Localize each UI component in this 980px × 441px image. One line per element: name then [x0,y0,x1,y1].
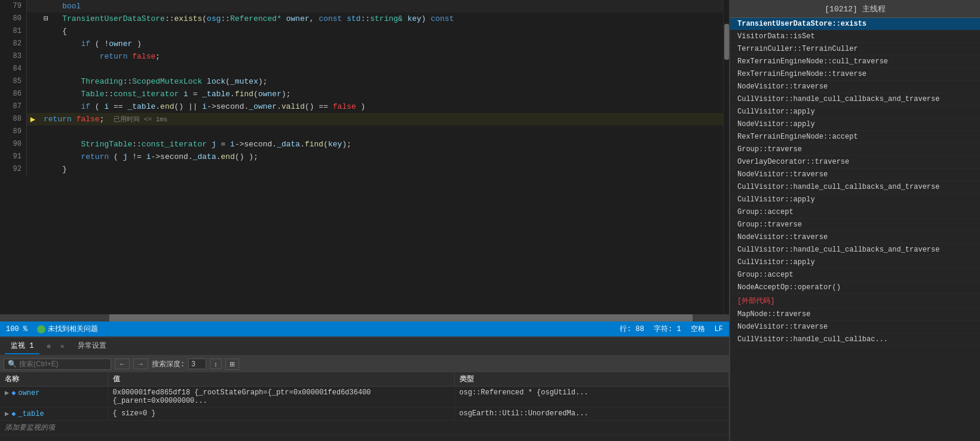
stack-item-13[interactable]: CullVisitor::handle_cull_callbacks_and_t… [730,181,980,194]
stack-item-1[interactable]: VisitorData::isSet [730,30,980,43]
watch-search-box[interactable]: 🔍 [4,359,111,370]
col-type: 类型 [454,372,729,387]
line-content: if ( i == _table.end() || i->second._own… [39,100,723,113]
nav-fwd-button[interactable]: → [133,359,148,369]
line-arrow [27,13,39,25]
line-number: 90 [0,138,27,151]
line-content: Table::const_iterator i = _table.find(ow… [39,88,723,100]
watch-search-input[interactable] [19,360,91,368]
line-number: 80 [0,13,27,25]
code-line-79[interactable]: 79 bool [0,0,723,13]
code-line-83[interactable]: 83 return false; [0,50,723,63]
thread-label: [10212] 主线程 [825,4,885,14]
line-content: return false; [39,50,723,63]
stack-item-15[interactable]: Group::accept [730,206,980,219]
code-line-87[interactable]: 87 if ( i == _table.end() || i->second._… [0,100,723,113]
table-row[interactable]: ▶◆_table { size=0 } osgEarth::Util::Unor… [0,408,729,421]
bottom-tabs: 监视 1 ⊕ ✕ 异常设置 [0,338,729,356]
line-number: 86 [0,88,27,100]
code-line-86[interactable]: 86 Table::const_iterator i = _table.find… [0,88,723,100]
code-line-89[interactable]: 89 [0,125,723,138]
line-number: 87 [0,100,27,113]
bottom-panel: 监视 1 ⊕ ✕ 异常设置 🔍 ← → 搜索深度: ↕ ⊞ [0,336,729,441]
stack-item-5[interactable]: NodeVisitor::traverse [730,81,980,93]
stack-item-3[interactable]: RexTerrainEngineNode::cull_traverse [730,56,980,68]
zoom-level[interactable]: 100 % [6,325,27,333]
stack-item-12[interactable]: NodeVisitor::traverse [730,169,980,181]
vertical-scrollbar[interactable] [723,0,729,314]
nav-back-button[interactable]: ← [115,359,130,369]
code-line-92[interactable]: 92 } [0,163,723,176]
line-number: 85 [0,75,27,88]
code-line-81[interactable]: 81 { [0,25,723,38]
code-line-90[interactable]: 90 StringTable::const_iterator j = i->se… [0,138,723,151]
stack-item-23[interactable]: MapNode::traverse [730,308,980,321]
tab-watch1-pin[interactable]: ⊕ [44,341,53,351]
code-line-88[interactable]: 88▶return false; 已用时间 <= 1ms [0,113,723,125]
search-depth-input[interactable] [188,359,206,369]
call-stack-list[interactable]: TransientUserDataStore::existsVisitorDat… [730,18,980,441]
scrollbar-h-thumb[interactable] [109,314,693,321]
search-depth-label: 搜索深度: [152,359,185,369]
line-arrow [27,163,39,176]
line-arrow [27,63,39,75]
stack-item-18[interactable]: CullVisitor::handle_cull_callbacks_and_t… [730,244,980,256]
line-ending-indicator: LF [715,325,723,333]
code-line-80[interactable]: 80⊟ TransientUserDataStore::exists(osg::… [0,13,723,25]
stack-item-25[interactable]: CullVisitor::handle_cull_callbac... [730,333,980,346]
line-arrow [27,0,39,13]
stack-item-8[interactable]: NodeVisitor::apply [730,118,980,131]
stack-item-10[interactable]: Group::traverse [730,143,980,156]
line-arrow [27,125,39,138]
main-area: 79 bool80⊟ TransientUserDataStore::exist… [0,0,980,441]
add-watch-row[interactable]: 添加要监视的项 [0,421,729,435]
stack-item-21[interactable]: NodeAcceptOp::operator() [730,281,980,294]
line-number: 88 [0,113,27,125]
line-arrow [27,25,39,38]
code-line-82[interactable]: 82 if ( !owner ) [0,38,723,50]
line-arrow [27,151,39,163]
line-arrow [27,100,39,113]
stack-item-20[interactable]: Group::accept [730,269,980,281]
scrollbar-thumb[interactable] [724,24,729,60]
stack-item-9[interactable]: RexTerrainEngineNode::accept [730,131,980,143]
stack-item-16[interactable]: Group::traverse [730,219,980,231]
tab-watch1[interactable]: 监视 1 [5,338,39,354]
col-value: 值 [108,372,454,387]
stack-item-0[interactable]: TransientUserDataStore::exists [730,18,980,30]
expand-button[interactable]: ⊞ [225,359,239,370]
tab-exception-settings[interactable]: 异常设置 [72,338,112,354]
line-arrow [27,138,39,151]
watch-name: ▶◆_table [0,408,108,421]
stack-item-4[interactable]: RexTerrainEngineNode::traverse [730,68,980,81]
horizontal-scrollbar[interactable] [0,314,729,321]
line-content: } [39,163,723,176]
right-panel: [10212] 主线程 TransientUserDataStore::exis… [729,0,980,441]
stack-item-22[interactable]: [外部代码] [730,294,980,308]
col-name: 名称 [0,372,108,387]
stack-item-11[interactable]: OverlayDecorator::traverse [730,156,980,169]
stack-item-14[interactable]: CullVisitor::apply [730,194,980,206]
bottom-content: 🔍 ← → 搜索深度: ↕ ⊞ 名称 值 [0,356,729,441]
add-watch-label[interactable]: 添加要监视的项 [0,421,729,435]
line-number: 82 [0,38,27,50]
stack-item-2[interactable]: TerrainCuller::TerrainCuller [730,43,980,56]
stack-item-17[interactable]: NodeVisitor::traverse [730,231,980,244]
line-content: return false; 已用时间 <= 1ms [39,113,723,125]
stack-item-19[interactable]: CullVisitor::apply [730,256,980,269]
line-number: 83 [0,50,27,63]
stack-item-6[interactable]: CullVisitor::handle_cull_callbacks_and_t… [730,93,980,106]
line-content: ⊟ TransientUserDataStore::exists(osg::Re… [39,13,723,25]
tab-watch1-close[interactable]: ✕ [58,341,67,351]
watch-table: 名称 值 类型 ▶◆owner 0x000001fed865df18 {_roo… [0,372,729,441]
sort-button[interactable]: ↕ [210,359,222,369]
line-arrow [27,75,39,88]
code-line-91[interactable]: 91 return ( j != i->second._data.end() )… [0,151,723,163]
watch-type: osg::Referenced * {osgUtild... [454,387,729,408]
stack-item-24[interactable]: NodeVisitor::traverse [730,321,980,333]
search-icon: 🔍 [8,360,17,369]
code-line-85[interactable]: 85 Threading::ScopedMutexLock lock(_mute… [0,75,723,88]
code-line-84[interactable]: 84 [0,63,723,75]
table-row[interactable]: ▶◆owner 0x000001fed865df18 {_rootStateGr… [0,387,729,408]
stack-item-7[interactable]: CullVisitor::apply [730,106,980,118]
